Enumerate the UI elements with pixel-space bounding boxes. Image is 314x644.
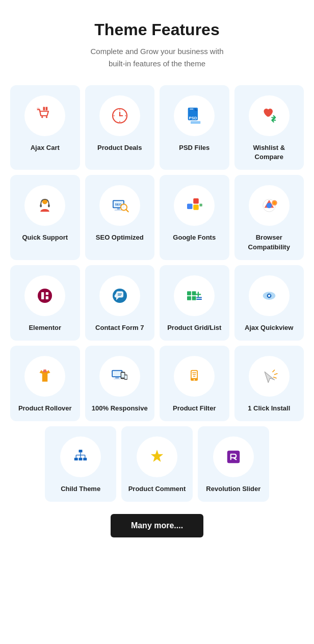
page-title: Theme Features	[10, 20, 304, 39]
seo-optimized-icon-circle: SEO	[99, 185, 140, 226]
svg-rect-24	[117, 209, 120, 210]
product-filter-icon-circle	[174, 356, 215, 397]
contact-form-7-icon	[109, 285, 130, 306]
elementor-icon	[34, 285, 56, 306]
child-theme-icon	[70, 446, 91, 468]
svg-rect-58	[115, 377, 119, 379]
product-rollover-icon	[34, 366, 56, 387]
svg-rect-28	[187, 204, 193, 210]
svg-point-36	[273, 202, 276, 204]
click-install-icon-circle	[249, 356, 290, 397]
quick-support-label: Quick Support	[22, 233, 68, 242]
product-rollover-icon-circle	[24, 356, 65, 397]
responsive-icon-circle	[99, 356, 140, 397]
psd-files-icon: PSD	[184, 105, 205, 126]
feature-responsive: 100% Responsive	[85, 346, 155, 421]
feature-product-filter: Product Filter	[160, 346, 229, 421]
elementor-label: Elementor	[29, 323, 61, 332]
feature-row-2: Quick Support SEO SEO Optimized	[10, 175, 304, 260]
ajax-quickview-label: Ajax Quickview	[245, 323, 293, 332]
feature-google-fonts: Google Fonts	[160, 175, 229, 260]
feature-row-1: Ajax Cart Product Deals	[10, 85, 304, 170]
product-comment-icon-circle	[137, 436, 177, 477]
feature-quick-support: Quick Support	[10, 175, 80, 260]
svg-rect-15	[190, 109, 194, 110]
ajax-quickview-icon-circle	[249, 275, 290, 316]
page-header: Theme Features Complete and Grow your bu…	[10, 20, 304, 70]
google-fonts-icon-circle	[174, 185, 215, 226]
svg-rect-81	[74, 458, 78, 460]
revolution-slider-icon	[223, 446, 244, 468]
feature-psd-files: PSD PSD Files	[160, 85, 229, 170]
svg-rect-17	[191, 121, 200, 124]
google-fonts-label: Google Fonts	[173, 233, 216, 242]
feature-row-5: Child Theme Product Comment Revolution	[45, 426, 269, 502]
feature-ajax-quickview: Ajax Quickview	[234, 265, 304, 341]
svg-point-65	[125, 379, 126, 379]
product-filter-label: Product Filter	[173, 404, 216, 413]
wishlist-compare-label: Wishlist & Compare	[240, 143, 299, 162]
svg-line-74	[274, 377, 276, 378]
feature-row-4: Product Rollover	[10, 346, 304, 421]
browser-compatibility-label: Browser Compatibility	[240, 233, 299, 251]
product-rollover-label: Product Rollover	[18, 404, 72, 413]
svg-point-12	[119, 115, 120, 117]
product-grid-list-icon	[184, 285, 205, 306]
child-theme-icon-circle	[60, 436, 101, 477]
product-comment-label: Product Comment	[128, 484, 186, 494]
product-grid-list-icon-circle	[174, 275, 215, 316]
page-subtitle: Complete and Grow your business with bui…	[10, 45, 304, 70]
svg-line-72	[273, 370, 275, 372]
svg-rect-64	[124, 375, 126, 379]
feature-product-comment: Product Comment	[121, 426, 193, 502]
svg-rect-47	[192, 296, 196, 300]
svg-text:SEO: SEO	[115, 202, 121, 206]
contact-form-7-icon-circle	[99, 275, 140, 316]
click-install-label: 1 Click Install	[248, 404, 290, 413]
child-theme-label: Child Theme	[61, 484, 100, 494]
svg-point-1	[41, 116, 43, 118]
svg-rect-31	[200, 204, 202, 207]
svg-rect-82	[79, 458, 83, 460]
svg-rect-30	[194, 205, 199, 211]
quick-support-icon	[34, 195, 56, 216]
svg-rect-44	[187, 291, 191, 295]
svg-rect-59	[114, 378, 121, 379]
feature-seo-optimized: SEO SEO Optimized	[85, 175, 155, 260]
svg-rect-29	[194, 198, 199, 204]
feature-elementor: Elementor	[10, 265, 80, 341]
svg-point-55	[270, 294, 271, 295]
svg-rect-85	[227, 451, 240, 463]
product-deals-label: Product Deals	[97, 143, 142, 152]
many-more-button[interactable]: Many more....	[111, 514, 203, 537]
browser-compatibility-icon	[258, 195, 280, 216]
browser-compatibility-icon-circle	[249, 185, 290, 226]
seo-optimized-label: SEO Optimized	[96, 233, 144, 242]
click-install-icon	[258, 366, 280, 387]
feature-wishlist-compare: Wishlist & Compare	[234, 85, 304, 170]
svg-point-34	[267, 203, 272, 209]
responsive-label: 100% Responsive	[92, 404, 148, 413]
elementor-icon-circle	[24, 275, 65, 316]
feature-row-3: Elementor Contact Form 7	[10, 265, 304, 341]
ajax-quickview-icon	[258, 285, 280, 306]
google-fonts-icon	[184, 195, 205, 216]
quick-support-icon-circle	[24, 185, 65, 226]
svg-rect-38	[41, 292, 44, 299]
ajax-cart-icon	[34, 105, 56, 126]
svg-rect-45	[192, 291, 196, 295]
svg-rect-20	[48, 204, 50, 208]
svg-rect-75	[79, 450, 83, 452]
contact-form-7-label: Contact Form 7	[95, 323, 144, 332]
psd-files-label: PSD Files	[179, 143, 210, 152]
wishlist-compare-icon-circle	[249, 95, 290, 136]
product-deals-icon-circle	[99, 95, 140, 136]
svg-point-2	[46, 116, 48, 118]
product-deals-icon	[109, 105, 130, 126]
feature-browser-compatibility: Browser Compatibility	[234, 175, 304, 260]
wishlist-compare-icon	[258, 105, 280, 126]
ajax-cart-label: Ajax Cart	[31, 143, 60, 152]
svg-rect-19	[40, 204, 42, 208]
feature-product-deals: Product Deals	[85, 85, 155, 170]
product-comment-icon	[146, 446, 168, 468]
